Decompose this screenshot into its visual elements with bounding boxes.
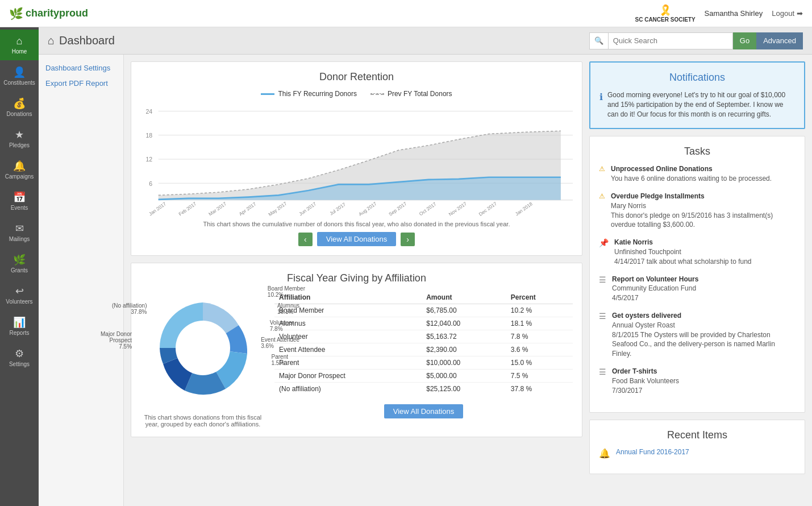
task-icon-note: 📌 bbox=[599, 238, 609, 266]
top-nav-right: 🎗️ SC CANCER SOCIETY Samantha Shirley Lo… bbox=[635, 4, 803, 23]
svg-text:May 2017: May 2017 bbox=[267, 200, 288, 216]
task-detail: Unfinished Touchpoint4/14/2017 talk abou… bbox=[614, 247, 752, 267]
task-item: ☰ Get oysters delivered Annual Oyster Ro… bbox=[599, 311, 796, 359]
sidebar-item-home[interactable]: ⌂ Home bbox=[0, 30, 39, 60]
donut-label-parent: Parent1.5% bbox=[272, 354, 288, 366]
home-breadcrumb-icon: ⌂ bbox=[48, 34, 55, 47]
org-logo: 🎗️ SC CANCER SOCIETY bbox=[635, 4, 695, 23]
logo-icon: 🌿 bbox=[9, 7, 23, 20]
legend-gray: Prev FY Total Donors bbox=[370, 90, 452, 98]
search-icon: 🔍 bbox=[594, 36, 603, 45]
sidebar-item-pledges[interactable]: ★ Pledges bbox=[0, 123, 39, 154]
sidebar-label-campaigns: Campaigns bbox=[5, 173, 34, 180]
table-row: Event Attendee $2,390.00 3.6 % bbox=[274, 343, 573, 356]
tasks-title: Tasks bbox=[599, 146, 796, 157]
recent-link[interactable]: Annual Fund 2016-2017 bbox=[616, 448, 689, 459]
charts-column: Donor Retention This FY Recurring Donors… bbox=[131, 61, 582, 499]
task-title: Unprocessed Online Donations bbox=[611, 164, 772, 174]
logout-button[interactable]: Logout ➡ bbox=[772, 9, 803, 18]
recent-items-card: Recent Items 🔔 Annual Fund 2016-2017 bbox=[589, 420, 805, 474]
task-title: Katie Norris bbox=[614, 238, 752, 247]
view-all-donations-button-1[interactable]: View All Donations bbox=[317, 232, 396, 246]
table-row: (No affiliation) $25,125.00 37.8 % bbox=[274, 383, 573, 396]
sidebar-item-donations[interactable]: 💰 Donations bbox=[0, 92, 39, 123]
task-detail: Annual Oyster Roast8/1/2015 The Oysters … bbox=[612, 321, 796, 359]
search-input[interactable] bbox=[608, 32, 733, 49]
svg-text:Jan 2018: Jan 2018 bbox=[514, 201, 534, 216]
sidebar-item-grants[interactable]: 🌿 Grants bbox=[0, 248, 39, 279]
left-panel: Dashboard Settings Export PDF Report bbox=[39, 55, 124, 506]
notification-message: Good morning everyone! Let's try to hit … bbox=[607, 90, 795, 119]
sidebar-item-events[interactable]: 📅 Events bbox=[0, 185, 39, 217]
sidebar-item-constituents[interactable]: 👤 Constituents bbox=[0, 60, 39, 92]
cell-affiliation: Alumnus bbox=[274, 317, 422, 330]
search-icon-wrap: 🔍 bbox=[589, 32, 608, 49]
fy-chart-area: (No affiliation)37.8% Major DonorProspec… bbox=[140, 291, 573, 428]
svg-text:Jul 2017: Jul 2017 bbox=[328, 201, 347, 216]
sidebar-item-reports[interactable]: 📊 Reports bbox=[0, 310, 39, 342]
sidebar-label-reports: Reports bbox=[9, 330, 29, 336]
table-row: Major Donor Prospect $5,000.00 7.5 % bbox=[274, 370, 573, 383]
donut-label-no-affiliation: (No affiliation)37.8% bbox=[112, 302, 147, 315]
cell-affiliation: Major Donor Prospect bbox=[274, 370, 422, 383]
task-title: Overdue Pledge Installments bbox=[611, 192, 796, 201]
task-title: Order T-shirts bbox=[612, 367, 679, 376]
task-item: 📌 Katie Norris Unfinished Touchpoint4/14… bbox=[599, 238, 796, 266]
dashboard-settings-link[interactable]: Dashboard Settings bbox=[45, 64, 116, 72]
cell-amount: $5,000.00 bbox=[422, 370, 506, 383]
chart-prev-button[interactable]: ‹ bbox=[298, 233, 313, 246]
mailings-icon: ✉ bbox=[15, 222, 24, 235]
cell-amount: $2,390.00 bbox=[422, 343, 506, 356]
task-icon-warn: ⚠ bbox=[599, 192, 605, 230]
chart-nav: ‹ View All Donations › bbox=[140, 232, 573, 246]
page-title: ⌂ Dashboard bbox=[48, 34, 115, 47]
sidebar-item-mailings[interactable]: ✉ Mailings bbox=[0, 217, 39, 248]
content-area: Donor Retention This FY Recurring Donors… bbox=[124, 55, 812, 506]
sidebar-item-settings[interactable]: ⚙ Settings bbox=[0, 342, 39, 373]
task-detail: Community Education Fund4/5/2017 bbox=[612, 284, 698, 303]
export-pdf-link[interactable]: Export PDF Report bbox=[45, 79, 116, 88]
svg-text:6: 6 bbox=[149, 180, 152, 187]
advanced-button[interactable]: Advanced bbox=[756, 32, 803, 49]
chart-next-button[interactable]: › bbox=[401, 233, 415, 246]
cell-amount: $10,000.00 bbox=[422, 356, 506, 370]
task-icon-list: ☰ bbox=[599, 275, 606, 303]
svg-text:Mar 2017: Mar 2017 bbox=[207, 201, 227, 216]
donut-label-board-member: Board Member10.2% bbox=[268, 285, 305, 298]
home-icon: ⌂ bbox=[16, 35, 23, 47]
logout-icon: ➡ bbox=[797, 9, 803, 18]
recent-items-list: 🔔 Annual Fund 2016-2017 bbox=[599, 448, 796, 459]
task-detail: Food Bank Volunteers7/30/2017 bbox=[612, 376, 679, 396]
svg-text:24: 24 bbox=[145, 108, 152, 115]
notifications-title: Notifications bbox=[599, 72, 795, 84]
svg-point-24 bbox=[176, 321, 230, 375]
events-icon: 📅 bbox=[13, 191, 26, 204]
go-button[interactable]: Go bbox=[733, 32, 756, 49]
cell-percent: 3.6 % bbox=[506, 343, 573, 356]
tasks-card: Tasks ⚠ Unprocessed Online Donations You… bbox=[589, 136, 805, 413]
donut-container: (No affiliation)37.8% Major DonorProspec… bbox=[140, 291, 265, 428]
fiscal-year-title: Fiscal Year Giving by Affiliation bbox=[140, 272, 573, 284]
cell-affiliation: (No affiliation) bbox=[274, 383, 422, 396]
table-row: Board Member $6,785.00 10.2 % bbox=[274, 304, 573, 317]
sidebar-label-home: Home bbox=[12, 48, 27, 55]
legend-gray-line bbox=[370, 93, 384, 95]
sidebar-label-mailings: Mailings bbox=[9, 236, 30, 242]
legend-blue: This FY Recurring Donors bbox=[261, 90, 357, 98]
view-all-donations-button-2[interactable]: View All Donations bbox=[384, 404, 463, 418]
sidebar-item-volunteers[interactable]: ↩ Volunteers bbox=[0, 279, 39, 310]
fy-table: Affiliation Amount Percent Board Member … bbox=[274, 291, 573, 395]
cell-amount: $5,163.72 bbox=[422, 330, 506, 343]
svg-text:Sep 2017: Sep 2017 bbox=[388, 201, 408, 216]
cell-affiliation: Parent bbox=[274, 356, 422, 370]
task-item: ☰ Report on Volunteer Hours Community Ed… bbox=[599, 275, 796, 303]
sidebar-item-campaigns[interactable]: 🔔 Campaigns bbox=[0, 154, 39, 185]
campaigns-icon: 🔔 bbox=[13, 160, 26, 172]
task-detail: Mary NorrisThis donor's pledge on 9/15/2… bbox=[611, 201, 796, 230]
donut-label-major-donor: Major DonorProspect7.5% bbox=[101, 331, 132, 350]
task-title: Report on Volunteer Hours bbox=[612, 275, 698, 284]
donut-label-volunteer: Volunteer7.8% bbox=[270, 320, 294, 332]
svg-text:Feb 2017: Feb 2017 bbox=[177, 201, 197, 216]
notification-item: ℹ Good morning everyone! Let's try to hi… bbox=[599, 90, 795, 119]
main-content: Dashboard Settings Export PDF Report Don… bbox=[39, 55, 812, 506]
